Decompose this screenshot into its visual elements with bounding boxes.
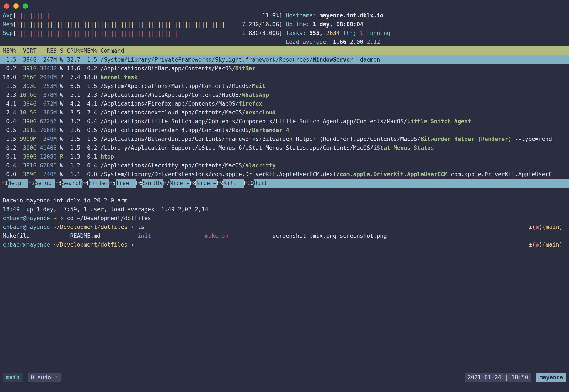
process-row[interactable]: 0.2 391G 38432 W 13.6 0.2 /Applications/…	[0, 64, 569, 73]
process-row[interactable]: 2.4 10.5G 385M W 3.5 2.4 /Applications/n…	[0, 108, 569, 117]
process-row[interactable]: 0.5 391G 76688 W 1.6 0.5 /Applications/B…	[0, 126, 569, 135]
f7-nice-minus-button[interactable]: Nice -	[170, 179, 190, 188]
f4-key[interactable]: F4	[82, 179, 89, 188]
f3-key[interactable]: F3	[55, 179, 62, 188]
process-row[interactable]: 1.5 9999M 249M W 1.5 1.5 /Applications/B…	[0, 135, 569, 143]
tmux-status-bar: main 0 sudo * 2021-01-24 | 18:50 mayence	[0, 373, 569, 382]
htop-load-average: Load average: 1.66 2.00 2.12	[0, 38, 569, 46]
tmux-hostname-badge: mayence	[536, 373, 566, 382]
tmux-window-badge[interactable]: 0 sudo *	[28, 373, 61, 382]
htop-mem-meter: Mem[||||||||||||||||||||||||||||||||||||…	[0, 20, 569, 29]
tmux-datetime-badge: 2021-01-24 | 18:50	[465, 373, 531, 382]
process-row[interactable]: 0.1 390G 12080 R 1.3 0.1 htop	[0, 152, 569, 161]
minimize-button[interactable]	[13, 3, 18, 9]
prompt-line-cd: chbaer@mayence ~ › cd ~/Development/dotf…	[0, 214, 569, 223]
f8-nice-plus-button[interactable]: Nice +	[197, 179, 217, 188]
prompt-line-current[interactable]: chbaer@mayence ~/Development/dotfiles › …	[0, 240, 569, 249]
process-row[interactable]: 1.5 393G 253M W 6.5 1.5 /System/Applicat…	[0, 82, 569, 91]
terminal-content[interactable]: Avg[|||||||||| 11.9%] Hostname: mayence.…	[0, 11, 569, 249]
process-row[interactable]: 2.3 10.6G 378M W 5.1 2.3 /Applications/W…	[0, 91, 569, 99]
f3-search-button[interactable]: Search	[62, 179, 82, 188]
htop-function-bar: F1Help F2Setup F3SearchF4FilterF5Tree F6…	[0, 179, 569, 188]
process-row-selected[interactable]: 1.5 394G 247M W 32.7 1.5 /System/Library…	[0, 55, 569, 64]
zoom-button[interactable]	[23, 3, 28, 9]
f4-filter-button[interactable]: Filter	[89, 179, 109, 188]
tmux-session-badge[interactable]: main	[3, 373, 23, 382]
terminal-window: Avg[|||||||||| 11.9%] Hostname: mayence.…	[0, 0, 569, 392]
f5-tree-button[interactable]: Tree	[115, 179, 136, 188]
prompt-command-cd: chbaer@mayence ~ › cd ~/Development/dotf…	[3, 214, 151, 223]
process-row[interactable]: 0.4 391G 62896 W 1.2 0.4 /Applications/A…	[0, 161, 569, 170]
process-row[interactable]: 0.4 390G 62256 W 3.2 0.4 /Applications/L…	[0, 117, 569, 126]
f2-key[interactable]: F2	[28, 179, 35, 188]
process-row[interactable]: 4.1 394G 672M W 4.2 4.1 /Applications/Fi…	[0, 99, 569, 108]
separator-line	[0, 191, 286, 192]
ls-output: Makefile README.md init make.sh screensh…	[0, 232, 569, 240]
htop-swp-meter: Swp[||||||||||||||||||||||||||||||||||||…	[0, 29, 569, 38]
htop-avg-meter: Avg[|||||||||| 11.9%] Hostname: mayence.…	[0, 11, 569, 20]
htop-table-header[interactable]: MEM% VIRT RES S CPU%▽MEM% Command	[0, 46, 569, 55]
f9-key[interactable]: F9	[217, 179, 223, 188]
close-button[interactable]	[4, 3, 9, 9]
f1-help-button[interactable]: Help	[8, 179, 28, 188]
f1-key[interactable]: F1	[0, 179, 8, 188]
process-row[interactable]: 0.2 390G 41408 W 1.5 0.2 /Library/Applic…	[0, 143, 569, 152]
prompt-command-ls: chbaer@mayence ~/Development/dotfiles › …	[3, 223, 144, 232]
titlebar[interactable]	[0, 0, 569, 11]
process-row[interactable]: 0.0 389G 7408 W 1.1 0.0 /System/Library/…	[0, 170, 569, 179]
f6-sortby-button[interactable]: SortBy	[142, 179, 163, 188]
shell-session: Darwin mayence.int.dblx.io 20.2.0 arm 18…	[0, 196, 569, 249]
f9-kill-button[interactable]: Kill	[223, 179, 244, 188]
f6-key[interactable]: F6	[136, 179, 142, 188]
uname-output: Darwin mayence.int.dblx.io 20.2.0 arm	[0, 196, 569, 205]
prompt-line-ls: chbaer@mayence ~/Development/dotfiles › …	[0, 223, 569, 232]
f2-setup-button[interactable]: Setup	[35, 179, 55, 188]
git-status-indicator: ±(●)(main)	[529, 240, 563, 249]
prompt-cursor-line[interactable]: chbaer@mayence ~/Development/dotfiles ›	[3, 240, 134, 249]
process-row[interactable]: 18.0 256G 2940M ? 7.4 18.0 kernel_task	[0, 73, 569, 82]
f5-key[interactable]: F5	[109, 179, 115, 188]
f7-key[interactable]: F7	[163, 179, 169, 188]
f10-quit-button[interactable]: Quit	[254, 179, 267, 188]
uptime-output: 18:49 up 1 day, 7:59, 1 user, load avera…	[0, 205, 569, 214]
f10-key[interactable]: F10	[244, 179, 254, 188]
git-status-indicator: ±(●)(main)	[529, 223, 563, 232]
f8-key[interactable]: F8	[190, 179, 197, 188]
